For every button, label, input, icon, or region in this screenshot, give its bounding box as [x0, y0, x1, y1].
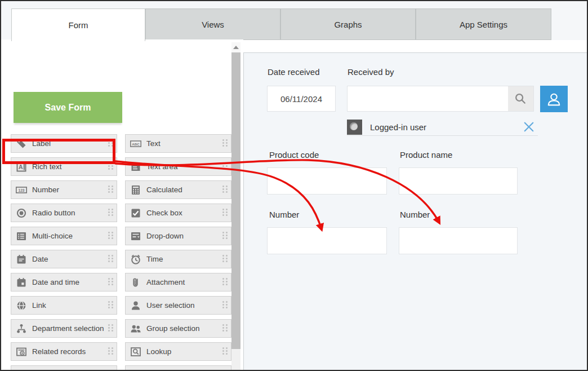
palette-item-calculated[interactable]: Calculated	[125, 180, 231, 199]
palette-item-lookup[interactable]: Lookup	[125, 342, 231, 361]
logged-in-user-entry: Logged-in user	[347, 118, 538, 136]
save-form-button[interactable]: Save Form	[14, 92, 122, 123]
palette-item-user-selection[interactable]: User selection	[125, 296, 231, 315]
palette-item-related-records[interactable]: Related records	[11, 342, 117, 361]
abc-icon: ABC	[130, 138, 141, 149]
palette-item-text[interactable]: ABC Text	[125, 134, 231, 153]
palette-item-text-area[interactable]: Text area	[125, 157, 231, 176]
remove-user-x-icon[interactable]	[523, 121, 534, 132]
drag-handle[interactable]	[222, 209, 228, 217]
rich-text-icon: A	[16, 161, 27, 173]
user-icon	[130, 300, 141, 311]
palette-scrollbar[interactable]	[231, 42, 240, 370]
number1-label: Number	[269, 210, 299, 219]
radio-icon	[16, 207, 27, 219]
drag-handle[interactable]	[222, 255, 228, 263]
number2-input[interactable]	[399, 227, 518, 254]
palette-item-multi-choice[interactable]: Multi-choice	[11, 227, 117, 245]
multi-choice-icon	[16, 231, 27, 242]
user-select-icon	[545, 91, 563, 107]
product-code-input[interactable]	[267, 167, 387, 195]
select-user-button[interactable]	[540, 86, 568, 112]
tag-icon	[16, 138, 27, 149]
palette-item-link[interactable]: Link	[11, 296, 117, 315]
product-code-label: Product code	[269, 150, 319, 160]
palette-item-blank-space[interactable]: Blank space	[11, 365, 117, 371]
drag-handle[interactable]	[108, 278, 114, 286]
calculator-icon	[130, 184, 141, 196]
drag-handle[interactable]	[108, 255, 114, 263]
lookup-icon	[130, 346, 141, 357]
drag-handle[interactable]	[108, 232, 114, 240]
related-records-icon	[16, 346, 27, 357]
palette-item-date-and-time[interactable]: Date and time	[11, 273, 117, 292]
field-palette-panel: Save Form Label A Rich text 123 Number R…	[1, 39, 243, 370]
received-by-input[interactable]	[348, 86, 508, 111]
scrollbar-thumb[interactable]	[231, 52, 240, 349]
tab-app-settings[interactable]: App Settings	[416, 8, 551, 40]
drag-handle[interactable]	[222, 301, 228, 310]
drag-handle[interactable]	[222, 186, 228, 194]
received-by-label: Received by	[348, 67, 394, 77]
form-preview-panel: Date received 06/11/2024 Received by Log…	[243, 52, 587, 370]
svg-text:A: A	[19, 164, 23, 170]
palette-item-attachment[interactable]: Attachment	[125, 273, 231, 292]
group-icon	[130, 323, 141, 334]
svg-text:ABC: ABC	[132, 142, 140, 145]
palette-item-check-box[interactable]: Check box	[125, 204, 231, 222]
tab-graphs[interactable]: Graphs	[280, 8, 416, 40]
date-received-label: Date received	[268, 67, 320, 77]
product-name-label: Product name	[400, 150, 452, 160]
tab-views[interactable]: Views	[145, 8, 280, 40]
drag-handle[interactable]	[108, 301, 114, 310]
number-123-icon: 123	[16, 184, 27, 196]
paperclip-icon	[130, 277, 141, 288]
logged-in-user-label: Logged-in user	[370, 122, 523, 132]
calendar-icon	[16, 254, 27, 265]
product-name-input[interactable]	[399, 167, 518, 195]
clock-icon	[130, 254, 141, 265]
svg-text:123: 123	[18, 188, 24, 192]
scroll-up-arrow-icon[interactable]	[231, 42, 240, 52]
drag-handle[interactable]	[222, 139, 228, 148]
calendar-time-icon	[16, 277, 27, 288]
search-button[interactable]	[508, 86, 533, 111]
palette-item-border[interactable]: Border	[125, 365, 231, 371]
search-icon	[514, 92, 527, 105]
blank-space-icon	[16, 369, 27, 371]
drag-handle[interactable]	[222, 232, 228, 240]
drag-handle[interactable]	[108, 209, 114, 217]
drag-handle[interactable]	[108, 324, 114, 333]
drag-handle[interactable]	[222, 324, 228, 333]
drag-handle[interactable]	[222, 278, 228, 286]
border-line-icon	[130, 369, 141, 371]
palette-item-number[interactable]: 123 Number	[11, 180, 117, 199]
drag-handle[interactable]	[108, 139, 114, 148]
date-received-input[interactable]: 06/11/2024	[267, 86, 336, 112]
drop-down-icon	[130, 231, 141, 242]
palette-item-radio-button[interactable]: Radio button	[11, 204, 117, 222]
palette-item-drop-down[interactable]: Drop-down	[125, 227, 231, 245]
drag-handle[interactable]	[222, 347, 228, 356]
drag-handle[interactable]	[222, 162, 228, 171]
drag-handle[interactable]	[108, 186, 114, 194]
number1-input[interactable]	[267, 227, 387, 254]
received-by-field	[347, 86, 534, 112]
palette-item-department-selection[interactable]: Department selection	[11, 319, 117, 338]
palette-item-rich-text[interactable]: A Rich text	[11, 157, 117, 176]
drag-handle[interactable]	[108, 162, 114, 171]
palette-item-group-selection[interactable]: Group selection	[125, 319, 231, 338]
palette-item-date[interactable]: Date	[11, 250, 117, 268]
org-chart-icon	[16, 323, 27, 334]
palette-item-time[interactable]: Time	[125, 250, 231, 268]
palette-item-label[interactable]: Label	[11, 134, 117, 153]
user-avatar	[347, 120, 362, 135]
text-area-icon	[130, 161, 141, 173]
globe-icon	[16, 300, 27, 311]
checkbox-icon	[130, 207, 141, 219]
drag-handle[interactable]	[108, 347, 114, 356]
number2-label: Number	[400, 210, 430, 219]
tab-form[interactable]: Form	[11, 8, 145, 41]
